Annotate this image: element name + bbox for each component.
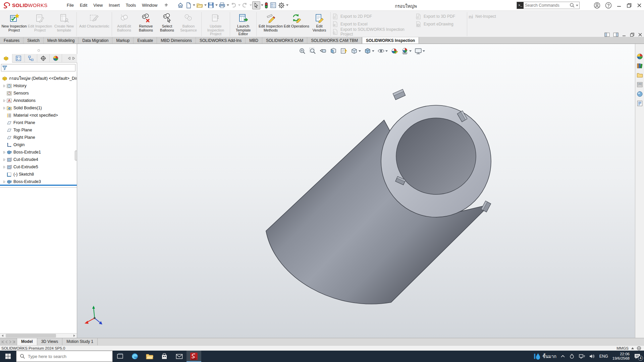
minimize-window-button[interactable] — [616, 3, 622, 8]
tree-pane-splitter[interactable] — [0, 187, 77, 188]
start-button[interactable] — [0, 351, 16, 362]
tab-solidworks-cam[interactable]: SOLIDWORKS CAM — [262, 37, 307, 44]
configuration-manager-tab[interactable] — [25, 54, 37, 63]
appearances-scenes-icon[interactable] — [637, 91, 643, 97]
custom-properties-icon[interactable] — [637, 100, 643, 107]
taskbar-search[interactable] — [16, 351, 113, 362]
display-pane-left-icon[interactable] — [604, 33, 610, 37]
tab-sketch[interactable]: Sketch — [23, 37, 44, 44]
feature-tree-filter[interactable] — [1, 64, 75, 71]
tree-item-cut-extrude5[interactable]: Cut-Extrude5 — [0, 163, 77, 171]
doc-tab-3d-views[interactable]: 3D Views — [37, 338, 62, 345]
menu-window[interactable]: Window — [139, 1, 160, 9]
ribbon-button-edit-vendors[interactable]: Edit Vendors — [310, 11, 329, 32]
prev-tab-icon[interactable] — [5, 340, 8, 344]
open-button[interactable] — [196, 2, 204, 9]
hidden-icons-chevron-icon[interactable] — [561, 355, 565, 358]
tree-item-origin[interactable]: Origin — [0, 141, 77, 148]
design-library-icon[interactable] — [637, 63, 643, 69]
help-icon[interactable] — [605, 2, 612, 9]
ribbon-button-select-balloons[interactable]: Select Balloons — [157, 11, 177, 32]
display-style-button[interactable] — [364, 47, 374, 55]
open-dropdown-icon[interactable] — [204, 4, 207, 6]
save-dropdown-icon[interactable] — [215, 4, 218, 6]
tree-item-solid-bodies[interactable]: Solid Bodies(1) — [0, 104, 77, 112]
taskbar-search-input[interactable] — [28, 354, 109, 359]
tray-status-icon[interactable] — [569, 354, 575, 359]
search-dropdown-icon[interactable] — [575, 5, 579, 6]
ribbon-button-edit-inspection-methods[interactable]: Edit Inspection Methods — [258, 11, 283, 32]
tree-item-sensors[interactable]: Sensors — [0, 89, 77, 97]
tree-item-boss-extrude1[interactable]: Boss-Extrude1 — [0, 148, 77, 156]
menu-file[interactable]: File — [64, 1, 77, 9]
first-tab-icon[interactable] — [1, 340, 5, 344]
dropdown-caret-icon[interactable] — [372, 50, 374, 52]
home-button[interactable] — [176, 1, 184, 9]
view-settings-button[interactable] — [415, 47, 425, 55]
close-window-button[interactable] — [637, 3, 642, 8]
speaker-icon[interactable] — [589, 354, 595, 359]
doc-minimize-button[interactable] — [622, 33, 627, 37]
zoom-to-fit-icon[interactable] — [299, 47, 306, 55]
stoplight-icon[interactable] — [264, 1, 269, 9]
select-tool-dropdown-icon[interactable] — [261, 4, 263, 6]
rim-lug-top[interactable] — [393, 89, 405, 100]
tab-evaluate[interactable]: Evaluate — [133, 37, 157, 44]
unit-system-dropdown-icon[interactable] — [631, 347, 634, 349]
doc-close-button[interactable] — [638, 33, 643, 37]
microsoft-store-icon[interactable] — [157, 351, 172, 362]
weather-widget[interactable]: ชื้นมาก — [534, 353, 556, 360]
tree-item-history[interactable]: History — [0, 82, 77, 89]
solidworks-taskbar-icon[interactable] — [186, 351, 201, 362]
select-tool-button[interactable] — [252, 1, 260, 9]
cylinder-bore[interactable] — [396, 118, 476, 194]
tab-solidworks-cam-tbm[interactable]: SOLIDWORKS CAM TBM — [307, 37, 362, 44]
tree-item-cut-extrude4[interactable]: Cut-Extrude4 — [0, 156, 77, 163]
print-dropdown-icon[interactable] — [227, 4, 229, 6]
tab-mesh-modeling[interactable]: Mesh Modeling — [44, 37, 78, 44]
menu-view[interactable]: View — [90, 1, 106, 9]
tab-solidworks-add-ins[interactable]: SOLIDWORKS Add-Ins — [196, 37, 246, 44]
expand-icon[interactable] — [2, 158, 7, 161]
panel-splitter-grip[interactable] — [75, 150, 77, 161]
print-button[interactable] — [218, 1, 226, 9]
task-view-button[interactable] — [113, 351, 127, 362]
doc-tab-motion-study-1[interactable]: Motion Study 1 — [62, 338, 98, 345]
search-icon[interactable] — [570, 3, 575, 8]
feature-tree-filter-input[interactable] — [8, 65, 75, 71]
search-commands-input[interactable] — [524, 3, 570, 8]
tree-item-boss-extrude3[interactable]: Boss-Extrude3 — [0, 178, 77, 185]
display-manager-tab[interactable] — [50, 54, 62, 63]
file-explorer-pane-icon[interactable] — [637, 72, 643, 78]
panel-horizontal-scrollbar[interactable] — [0, 333, 77, 338]
doc-restore-button[interactable] — [630, 33, 635, 37]
mail-icon[interactable] — [172, 351, 186, 362]
expand-icon[interactable] — [2, 166, 7, 169]
command-search[interactable]: >_ — [517, 2, 580, 9]
view-orientation-button[interactable] — [351, 47, 361, 55]
feature-manager-tab[interactable] — [0, 54, 12, 63]
tab-mbd-dimensions[interactable]: MBD Dimensions — [157, 37, 196, 44]
dropdown-caret-icon[interactable] — [385, 50, 388, 52]
previous-view-icon[interactable] — [319, 47, 327, 55]
3d-part-model[interactable] — [77, 44, 635, 338]
ribbon-button-remove-balloons[interactable]: Remove Balloons — [135, 11, 157, 32]
file-explorer-icon[interactable] — [142, 351, 157, 362]
language-indicator[interactable]: ENG — [599, 354, 608, 359]
tree-item-front-plane[interactable]: Front Plane — [0, 119, 77, 126]
manager-tabs-scroll-right-icon[interactable] — [72, 57, 75, 60]
tree-item-right-plane[interactable]: Right Plane — [0, 134, 77, 141]
dimxpert-manager-tab[interactable] — [37, 54, 50, 63]
notification-center-button[interactable]: 4 — [634, 353, 641, 359]
panel-resize-dot[interactable] — [38, 49, 40, 52]
expand-icon[interactable] — [2, 151, 7, 154]
ribbon-button-launch-template-editor[interactable]: Launch Template Editor — [231, 11, 255, 36]
menu-edit[interactable]: Edit — [77, 1, 90, 9]
tree-item-material[interactable]: Material <not specified> — [0, 112, 77, 119]
last-tab-icon[interactable] — [12, 340, 15, 344]
annotation-visibility-icon[interactable] — [340, 47, 347, 55]
settings-gear-icon[interactable] — [277, 1, 285, 9]
settings-dropdown-icon[interactable] — [286, 4, 288, 6]
pin-menu-icon[interactable] — [164, 3, 168, 8]
tab-data-migration[interactable]: Data Migration — [78, 37, 112, 44]
